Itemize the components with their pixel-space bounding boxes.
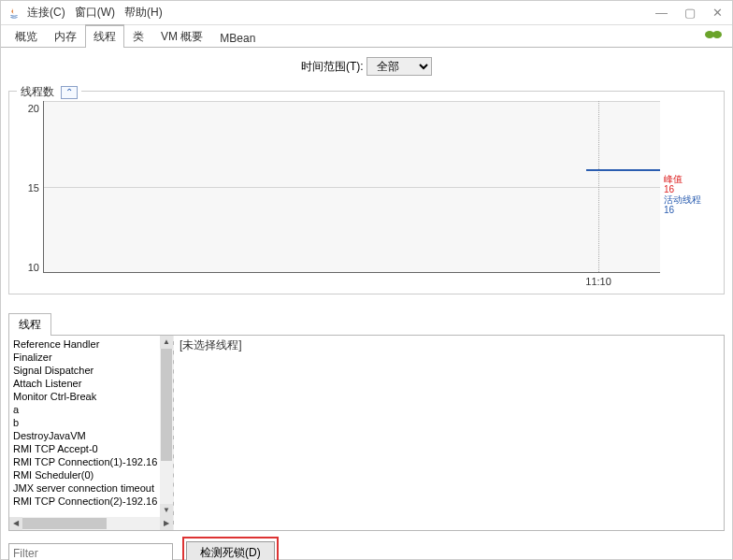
list-item[interactable]: RMI TCP Connection(1)-192.16	[9, 455, 160, 468]
tab-overview[interactable]: 概览	[7, 25, 46, 48]
detect-deadlock-highlight: 检测死锁(D)	[182, 537, 279, 560]
horizontal-scrollbar[interactable]: ◀ ▶	[9, 517, 173, 530]
vertical-scrollbar[interactable]: ▲ ▼	[160, 336, 173, 517]
thread-list-panel: Reference Handler Finalizer Signal Dispa…	[9, 336, 174, 530]
svg-rect-2	[709, 33, 718, 36]
legend-peak: 峰值 16	[664, 174, 716, 194]
app-window: 连接(C) 窗口(W) 帮助(H) — ▢ ✕ 概览 内存 线程 类 VM 概要…	[0, 0, 733, 560]
menu-window[interactable]: 窗口(W)	[75, 5, 115, 21]
threads-pane-tab[interactable]: 线程	[8, 313, 51, 336]
chart-plot[interactable]: 11:10	[43, 101, 660, 273]
thread-detail-placeholder: [未选择线程]	[180, 338, 242, 352]
thread-detail-pane: [未选择线程]	[172, 336, 724, 530]
timerange-select[interactable]: 全部	[366, 57, 432, 76]
bottom-row: 检测死锁(D)	[8, 537, 725, 560]
window-controls: — ▢ ✕	[655, 6, 726, 20]
titlebar: 连接(C) 窗口(W) 帮助(H) — ▢ ✕	[1, 1, 732, 25]
tab-mbean[interactable]: MBean	[211, 28, 264, 48]
menu-connection[interactable]: 连接(C)	[27, 5, 65, 21]
menu-help[interactable]: 帮助(H)	[124, 5, 163, 21]
chart-title: 线程数 ⌃	[17, 84, 81, 100]
close-button[interactable]: ✕	[712, 6, 723, 20]
scroll-thumb-h[interactable]	[22, 518, 107, 529]
minimize-button[interactable]: —	[655, 6, 668, 20]
legend-live: 活动线程 16	[664, 194, 716, 215]
list-item[interactable]: RMI TCP Connection(2)-192.16	[9, 495, 160, 508]
java-icon	[7, 6, 22, 21]
list-item[interactable]: RMI Scheduler(0)	[9, 468, 160, 481]
connection-indicator-icon	[704, 28, 723, 44]
list-item[interactable]: b	[9, 416, 160, 429]
chart-collapse-button[interactable]: ⌃	[61, 86, 78, 99]
tab-memory[interactable]: 内存	[46, 25, 85, 48]
list-item[interactable]: DestroyJavaVM	[9, 429, 160, 442]
thread-list[interactable]: Reference Handler Finalizer Signal Dispa…	[9, 336, 173, 517]
xtick: 11:10	[585, 276, 611, 287]
list-item[interactable]: Attach Listener	[9, 377, 160, 390]
threads-section: 线程 Reference Handler Finalizer Signal Di…	[8, 313, 725, 560]
ytick: 20	[28, 103, 39, 114]
list-item[interactable]: a	[9, 403, 160, 416]
menu-bar: 连接(C) 窗口(W) 帮助(H)	[27, 5, 163, 21]
scroll-down-icon[interactable]: ▼	[160, 504, 173, 517]
scroll-thumb[interactable]	[161, 349, 172, 461]
chart-group: 线程数 ⌃ 20 15 10 11:10 峰值	[8, 91, 725, 294]
threads-box: Reference Handler Finalizer Signal Dispa…	[8, 335, 725, 531]
content-area: 时间范围(T): 全部 线程数 ⌃ 20 15 10	[1, 48, 732, 560]
tab-bar: 概览 内存 线程 类 VM 概要 MBean	[1, 25, 732, 48]
list-item[interactable]: Reference Handler	[9, 337, 160, 351]
ytick: 15	[28, 182, 39, 194]
detect-deadlock-button[interactable]: 检测死锁(D)	[186, 541, 275, 560]
list-item[interactable]: Monitor Ctrl-Break	[9, 390, 160, 403]
chart-area: 20 15 10 11:10 峰值 16	[17, 101, 716, 288]
list-item[interactable]: RMI TCP Accept-0	[9, 442, 160, 455]
chart-y-axis: 20 15 10	[17, 101, 43, 288]
maximize-button[interactable]: ▢	[684, 6, 696, 20]
timerange-label: 时间范围(T):	[301, 60, 364, 73]
list-item[interactable]: JMX server connection timeout	[9, 481, 160, 495]
chart-legend: 峰值 16 活动线程 16	[660, 101, 716, 288]
timerange-row: 时间范围(T): 全部	[8, 51, 725, 85]
list-item[interactable]: Signal Dispatcher	[9, 364, 160, 377]
chart-line-live	[586, 169, 660, 171]
list-item[interactable]: Finalizer	[9, 351, 160, 364]
scroll-up-icon[interactable]: ▲	[160, 336, 173, 349]
tab-threads[interactable]: 线程	[85, 24, 124, 48]
scroll-left-icon[interactable]: ◀	[9, 517, 22, 530]
tab-classes[interactable]: 类	[124, 25, 152, 48]
tab-vm-summary[interactable]: VM 概要	[152, 25, 211, 48]
filter-input[interactable]	[8, 543, 173, 561]
ytick: 10	[28, 262, 39, 273]
scroll-right-icon[interactable]: ▶	[160, 517, 173, 530]
